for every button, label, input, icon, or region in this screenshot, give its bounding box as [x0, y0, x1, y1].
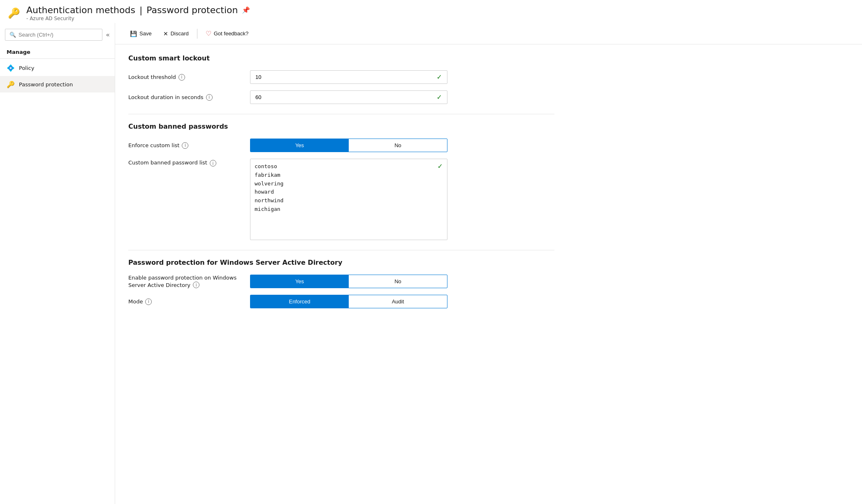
mode-audit-button[interactable]: Audit: [349, 295, 447, 308]
custom-banned-list-label: Custom banned password list i: [128, 159, 243, 166]
sidebar: 🔍 « Manage 💠 Policy 🔑 Password protectio…: [0, 23, 115, 504]
enforce-custom-list-toggle[interactable]: Yes No: [250, 139, 447, 152]
mode-row: Mode i Enforced Audit: [128, 295, 554, 308]
enable-windows-label: Enable password protection on Windows Se…: [128, 275, 243, 288]
custom-banned-list-row: Custom banned password list i contoso fa…: [128, 159, 554, 240]
lockout-duration-input[interactable]: ✓: [250, 90, 447, 104]
title-page-name: Password protection: [146, 5, 238, 15]
search-input[interactable]: [19, 32, 98, 38]
sidebar-item-policy[interactable]: 💠 Policy: [0, 60, 115, 76]
divider-2: [128, 250, 554, 250]
password-protection-icon: 🔑: [7, 80, 15, 88]
enforce-yes-button[interactable]: Yes: [250, 139, 349, 152]
feedback-icon: ♡: [206, 30, 211, 37]
mode-info-icon[interactable]: i: [145, 298, 152, 305]
policy-icon: 💠: [7, 64, 15, 72]
lockout-threshold-input[interactable]: ✓: [250, 70, 447, 84]
enforce-custom-list-row: Enforce custom list i Yes No: [128, 139, 554, 152]
feedback-label: Got feedback?: [214, 30, 249, 37]
content-area: 💾 Save ✕ Discard ♡ Got feedback? Custom …: [115, 23, 862, 504]
search-bar[interactable]: 🔍: [5, 29, 102, 41]
custom-banned-list-info-icon[interactable]: i: [210, 160, 216, 166]
search-icon: 🔍: [9, 32, 16, 38]
discard-button[interactable]: ✕ Discard: [158, 28, 194, 39]
lockout-duration-info-icon[interactable]: i: [206, 94, 213, 101]
save-button[interactable]: 💾 Save: [125, 28, 157, 39]
toolbar: 💾 Save ✕ Discard ♡ Got feedback?: [115, 23, 862, 44]
divider-1: [128, 114, 554, 114]
custom-banned-list-textarea[interactable]: contoso fabrikam wolvering howard northw…: [255, 162, 443, 236]
mode-label: Mode i: [128, 298, 243, 305]
title-auth-methods: Authentication methods: [26, 5, 135, 15]
sidebar-section-manage: Manage: [0, 46, 115, 59]
enable-windows-info-icon[interactable]: i: [193, 282, 199, 288]
lockout-duration-field[interactable]: [255, 94, 437, 100]
save-icon: 💾: [130, 30, 137, 37]
sidebar-item-policy-label: Policy: [19, 65, 34, 71]
lockout-threshold-check-icon: ✓: [437, 73, 442, 81]
custom-banned-passwords-title: Custom banned passwords: [128, 123, 554, 130]
feedback-button[interactable]: ♡ Got feedback?: [201, 27, 254, 40]
page-title: Authentication methods | Password protec…: [26, 5, 250, 15]
collapse-sidebar-button[interactable]: «: [104, 29, 111, 40]
lockout-threshold-info-icon[interactable]: i: [178, 74, 185, 81]
content-body: Custom smart lockout Lockout threshold i…: [115, 44, 568, 325]
app-icon: 🔑: [7, 6, 21, 21]
windows-section-title: Password protection for Windows Server A…: [128, 259, 554, 266]
enable-windows-yes-button[interactable]: Yes: [250, 275, 349, 288]
enable-windows-no-button[interactable]: No: [349, 275, 447, 288]
lockout-duration-check-icon: ✓: [437, 93, 442, 101]
save-label: Save: [139, 30, 152, 37]
custom-smart-lockout-title: Custom smart lockout: [128, 54, 554, 62]
header-text: Authentication methods | Password protec…: [26, 5, 250, 21]
discard-icon: ✕: [163, 30, 168, 37]
banned-list-check-icon: ✓: [438, 162, 443, 170]
pin-icon[interactable]: 📌: [242, 6, 250, 14]
enforce-no-button[interactable]: No: [349, 139, 447, 152]
sidebar-item-password-protection[interactable]: 🔑 Password protection: [0, 76, 115, 92]
title-separator: |: [139, 5, 142, 15]
lockout-duration-row: Lockout duration in seconds i ✓: [128, 90, 554, 104]
app-subtitle: - Azure AD Security: [26, 16, 250, 21]
discard-label: Discard: [171, 30, 189, 37]
lockout-threshold-row: Lockout threshold i ✓: [128, 70, 554, 84]
enforce-custom-list-info-icon[interactable]: i: [182, 142, 188, 149]
page-header: 🔑 Authentication methods | Password prot…: [0, 0, 862, 23]
mode-toggle[interactable]: Enforced Audit: [250, 295, 447, 308]
enforce-custom-list-label: Enforce custom list i: [128, 142, 243, 149]
mode-enforced-button[interactable]: Enforced: [250, 295, 349, 308]
custom-banned-list-textarea-wrapper[interactable]: contoso fabrikam wolvering howard northw…: [250, 159, 447, 240]
enable-windows-row: Enable password protection on Windows Se…: [128, 275, 554, 288]
lockout-threshold-label: Lockout threshold i: [128, 74, 243, 81]
lockout-threshold-field[interactable]: [255, 74, 437, 80]
enable-windows-toggle[interactable]: Yes No: [250, 275, 447, 288]
sidebar-item-password-protection-label: Password protection: [19, 81, 73, 88]
lockout-duration-label: Lockout duration in seconds i: [128, 94, 243, 101]
toolbar-separator: [197, 29, 197, 39]
